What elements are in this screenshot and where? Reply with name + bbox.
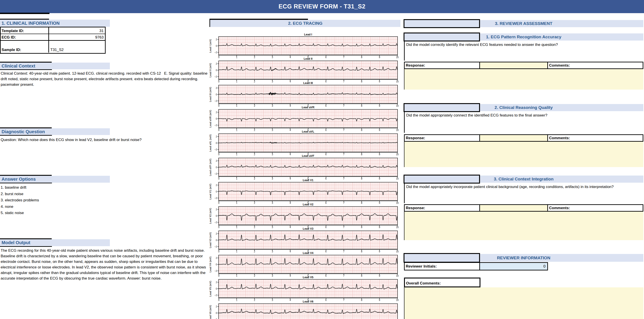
ecg-ytick: 2 — [211, 38, 217, 41]
titlebar-underline — [0, 13, 50, 14]
assessment2-question: Did the model appropriately connect the … — [404, 112, 643, 133]
ecg-chart-aVF: Lead aVFLead aVF (mV)20−2012345678910 — [207, 154, 403, 181]
answer-options-underline — [0, 183, 52, 183]
sample-id-value[interactable]: T31_S2 — [49, 41, 105, 52]
answer-option-3: 3. electrodes problems — [1, 197, 210, 204]
clinical-info-table: Template ID: 31 ECG ID: 9763 Sample ID: … — [0, 27, 106, 54]
answer-options-header: Answer Options — [0, 176, 110, 183]
ecg-ytick: −2 — [211, 221, 217, 224]
ecg-chart-title-V3: Lead V3 — [218, 227, 398, 230]
ecg-chart-V6: Lead V6Lead V6 (mV)20−2012345678910 — [207, 300, 403, 319]
model-output-header: Model Output — [0, 239, 110, 246]
assessment1-question: Did the model correctly identify the rel… — [404, 41, 643, 60]
title-bar: ECG REVIEW FORM - T31_S2 — [0, 0, 644, 13]
assessment1-comments-label: Comments: — [548, 62, 643, 68]
ecg-chart-title-aVF: Lead aVF — [218, 154, 398, 158]
reviewer-initials-label: Reviewer Initials: — [405, 263, 480, 270]
assessment1-comments-input[interactable] — [404, 69, 643, 90]
ecg-waveform-V6 — [219, 304, 397, 319]
ecg-ytick: 0 — [211, 166, 217, 169]
template-id-value[interactable]: 31 — [49, 28, 105, 34]
ecg-ytick: −2 — [211, 172, 217, 175]
ecg-ytick: 2 — [211, 111, 217, 114]
ecg-ytick: 2 — [211, 232, 217, 235]
section-clinical-information-title: 1. CLINICAL INFORMATION — [2, 21, 60, 26]
section-ecg-tracing-title: 2. ECG TRACING — [288, 21, 322, 26]
ecg-ytick: 2 — [211, 184, 217, 187]
assessment3-comments-label: Comments: — [548, 205, 643, 211]
ecg-ytick: −2 — [211, 124, 217, 127]
model-output-underline — [0, 246, 52, 247]
assessment2-response-row: Response: Comments: — [404, 134, 643, 142]
ecg-ytick: 0 — [211, 287, 217, 290]
answer-option-1: 1. baseline drift — [1, 184, 210, 191]
ecg-plot-V1 — [218, 182, 398, 201]
ecg-ytick: 0 — [211, 44, 217, 48]
ecg-ytick: 0 — [211, 214, 217, 218]
section-reviewer-assessment-title: 3. REVIEWER ASSESSMENT — [495, 21, 552, 26]
ecg-plot-V4 — [218, 255, 398, 274]
ecg-chart-title-II: Lead II — [218, 57, 398, 60]
ecg-plot-II — [218, 60, 398, 80]
ecg-waveform-V3 — [219, 231, 397, 249]
ecg-ytick: −2 — [211, 245, 217, 248]
ecg-ytick: 0 — [211, 142, 217, 144]
assessment2-comments-input[interactable] — [404, 142, 643, 167]
ecg-chart-I: Lead ILead I (mV)20−2012345678910 — [207, 33, 403, 59]
answer-option-5: 5. static noise — [1, 210, 210, 216]
assessment1-response-row: Response: Comments: — [404, 62, 643, 69]
ecg-ytick: 2 — [211, 305, 217, 308]
ecg-id-value[interactable]: 9763 — [49, 34, 105, 40]
page-title: ECG REVIEW FORM - T31_S2 — [278, 3, 366, 10]
ecg-chart-V3: Lead V3Lead V3 (mV)20−2012345678910 — [207, 227, 403, 254]
assessment2-response-label: Response: — [405, 135, 480, 141]
ecg-ytick: 0 — [211, 238, 217, 242]
ecg-chart-title-I: Lead I — [218, 33, 398, 36]
ecg-ytick: −2 — [211, 318, 217, 319]
assessment1-headerbox — [404, 32, 480, 42]
reviewer-initials-row: Reviewer Initials: 0 — [404, 262, 548, 270]
table-row: ECG ID: 9763 — [1, 34, 105, 41]
assessment2-response-input[interactable] — [480, 135, 548, 141]
ecg-chart-V4: Lead V4Lead V4 (mV)20−2012345678910 — [207, 252, 403, 278]
ecg-ytick: 0 — [211, 93, 217, 96]
ecg-chart-title-V4: Lead V4 — [218, 252, 398, 255]
ecg-ytick: 0 — [211, 263, 217, 266]
ecg-waveform-aVR — [219, 110, 397, 128]
ecg-chart-aVL: Lead aVLLead aVL (mV)20−2012345678910 — [207, 130, 403, 156]
assessment3-question: Did the model appropriately incorporate … — [404, 183, 643, 203]
ecg-waveform-III — [219, 85, 397, 103]
clinical-context-underline — [0, 69, 52, 70]
answer-option-4: 4. none — [1, 204, 210, 210]
ecg-chart-title-III: Lead III — [218, 82, 398, 85]
table-row: Sample ID: T31_S2 — [1, 41, 105, 52]
ecg-waveform-V2 — [219, 207, 397, 224]
sample-id-label: Sample ID: — [1, 41, 49, 52]
ecg-ytick: −2 — [211, 294, 217, 297]
ecg-ytick: 0 — [211, 312, 217, 314]
assessment3-headerbox — [404, 175, 480, 184]
ecg-plot-V6 — [218, 304, 398, 319]
assessment1-response-input[interactable] — [480, 62, 548, 68]
ecg-chart-title-V2: Lead V2 — [218, 203, 398, 206]
ecg-plot-aVR — [218, 109, 398, 128]
ecg-waveform-V1 — [219, 182, 397, 200]
table-row: Template ID: 31 — [1, 28, 105, 34]
ecg-ytick: 0 — [211, 190, 217, 193]
ecg-review-form-page: ECG REVIEW FORM - T31_S2 1. CLINICAL INF… — [0, 0, 644, 319]
reviewer-initials-input[interactable]: 0 — [480, 263, 547, 270]
reviewer-assessment-headerbox — [404, 19, 480, 28]
ecg-ytick: 2 — [211, 208, 217, 211]
overall-comments-input[interactable] — [404, 287, 643, 319]
ecg-chart-aVR: Lead aVRLead aVR (mV)20−2012345678910 — [207, 106, 403, 132]
assessment3-response-label: Response: — [405, 205, 480, 211]
clinical-context-title: Clinical Context — [2, 64, 35, 68]
ecg-ytick: 2 — [211, 256, 217, 260]
clinical-context-body: Clinical Context: 40-year-old male patie… — [1, 70, 210, 87]
ecg-plot-III — [218, 85, 398, 104]
model-output-title: Model Output — [2, 240, 30, 245]
assessment3-comments-input[interactable] — [404, 212, 643, 240]
assessment3-response-input[interactable] — [480, 205, 548, 211]
template-id-label: Template ID: — [1, 28, 49, 34]
ecg-chart-V5: Lead V5Lead V5 (mV)20−2012345678910 — [207, 276, 403, 302]
